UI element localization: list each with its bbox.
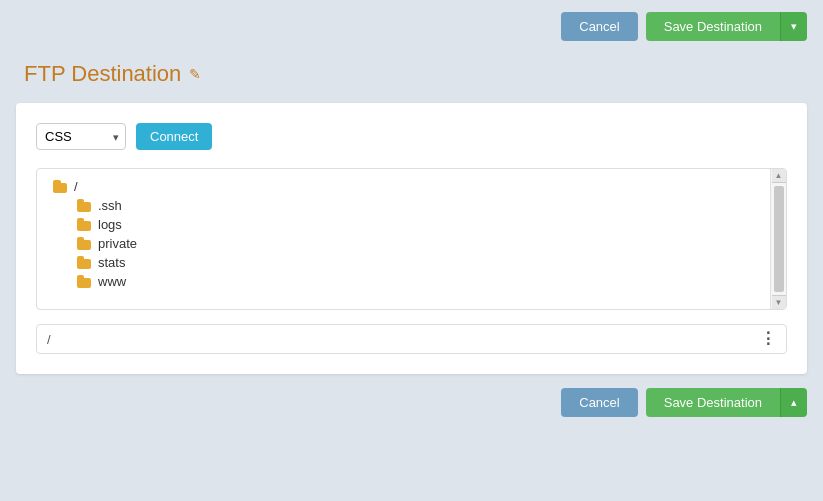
- scrollbar-thumb[interactable]: [774, 186, 784, 292]
- main-card: CSS FTP SFTP Connect /: [16, 103, 807, 374]
- bottom-save-dest-group: Save Destination ▴: [646, 388, 807, 417]
- folder-icon-private: [77, 237, 93, 250]
- css-select-wrapper: CSS FTP SFTP: [36, 123, 126, 150]
- file-tree-scrollbar[interactable]: ▲ ▼: [770, 169, 786, 309]
- bottom-save-dest-caret-button[interactable]: ▴: [780, 388, 807, 417]
- scrollbar-up-btn[interactable]: ▲: [772, 169, 786, 183]
- folder-icon-ssh: [77, 199, 93, 212]
- top-save-dest-button[interactable]: Save Destination: [646, 12, 780, 41]
- tree-item-root[interactable]: /: [45, 177, 770, 196]
- tree-item-0[interactable]: .ssh: [69, 196, 770, 215]
- path-input[interactable]: [47, 332, 752, 347]
- tree-item-3[interactable]: stats: [69, 253, 770, 272]
- bottom-save-dest-button[interactable]: Save Destination: [646, 388, 780, 417]
- bottom-toolbar: Cancel Save Destination ▴: [0, 374, 823, 429]
- kebab-menu-icon[interactable]: ⋮: [760, 331, 776, 347]
- tree-item-4[interactable]: www: [69, 272, 770, 291]
- scrollbar-down-btn[interactable]: ▼: [772, 295, 786, 309]
- top-cancel-button[interactable]: Cancel: [561, 12, 637, 41]
- top-save-dest-group: Save Destination ▾: [646, 12, 807, 41]
- tree-label-stats: stats: [98, 255, 125, 270]
- connection-type-select[interactable]: CSS FTP SFTP: [36, 123, 126, 150]
- file-tree-panel: / .ssh logs pri: [36, 168, 787, 310]
- folder-icon-www: [77, 275, 93, 288]
- file-tree-scroll-area[interactable]: / .ssh logs pri: [37, 169, 770, 309]
- bottom-cancel-button[interactable]: Cancel: [561, 388, 637, 417]
- tree-root-item[interactable]: / .ssh logs pri: [37, 177, 770, 291]
- page-title: FTP Destination: [24, 61, 181, 87]
- edit-icon[interactable]: ✎: [189, 66, 201, 82]
- tree-root-label: /: [74, 179, 78, 194]
- top-save-dest-caret-button[interactable]: ▾: [780, 12, 807, 41]
- tree-item-2[interactable]: private: [69, 234, 770, 253]
- folder-icon-logs: [77, 218, 93, 231]
- tree-item-1[interactable]: logs: [69, 215, 770, 234]
- tree-label-www: www: [98, 274, 126, 289]
- tree-children: .ssh logs private stats: [45, 196, 770, 291]
- folder-icon-stats: [77, 256, 93, 269]
- top-toolbar: Cancel Save Destination ▾: [0, 0, 823, 53]
- connect-button[interactable]: Connect: [136, 123, 212, 150]
- connect-row: CSS FTP SFTP Connect: [36, 123, 787, 150]
- tree-label-logs: logs: [98, 217, 122, 232]
- tree-label-private: private: [98, 236, 137, 251]
- tree-label-ssh: .ssh: [98, 198, 122, 213]
- path-row: ⋮: [36, 324, 787, 354]
- page-title-area: FTP Destination ✎: [0, 53, 823, 103]
- folder-open-icon: [53, 180, 69, 193]
